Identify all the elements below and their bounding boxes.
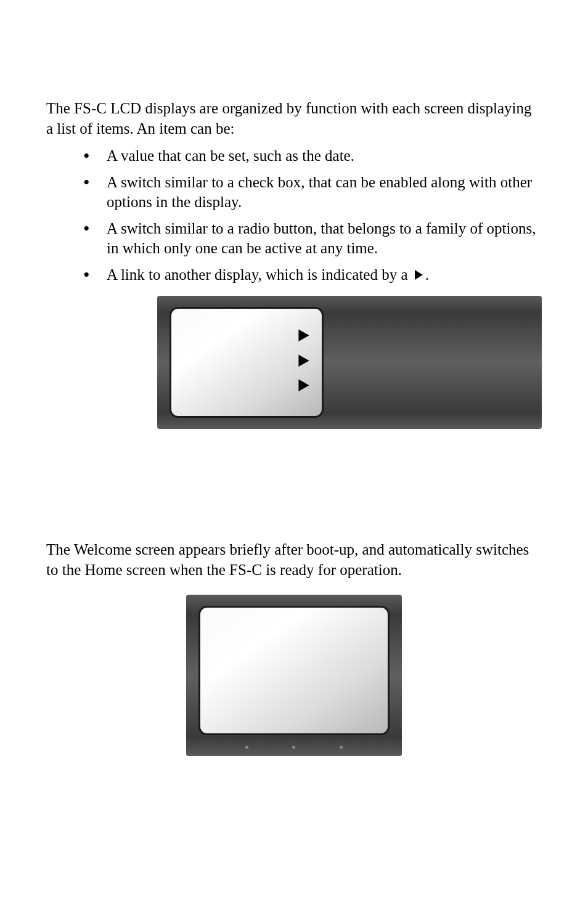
- list-item: A switch similar to a radio button, that…: [83, 219, 542, 259]
- lcd-illustration-navigation: [157, 296, 542, 429]
- intro-paragraph: The FS-C LCD displays are organized by f…: [46, 99, 542, 139]
- lcd-illustration-welcome: [46, 595, 542, 756]
- bezel-dots: [186, 746, 402, 749]
- dot-icon: [245, 746, 248, 749]
- welcome-paragraph: The Welcome screen appears briefly after…: [46, 540, 542, 580]
- svg-marker-2: [298, 354, 309, 367]
- list-item: A switch similar to a check box, that ca…: [83, 173, 542, 213]
- arrow-indicators: [297, 327, 311, 397]
- triangle-right-icon: [297, 377, 311, 397]
- lcd-screen: [198, 606, 390, 735]
- list-item-text: A link to another display, which is indi…: [107, 266, 412, 283]
- svg-marker-3: [298, 379, 309, 391]
- dot-icon: [340, 746, 343, 749]
- dot-icon: [292, 746, 295, 749]
- list-item: A value that can be set, such as the dat…: [83, 146, 542, 166]
- lcd-screen: [169, 307, 324, 418]
- item-list: A value that can be set, such as the dat…: [46, 146, 542, 285]
- lcd-bezel: [157, 296, 542, 429]
- list-item-suffix: .: [425, 266, 429, 283]
- triangle-right-icon: [297, 327, 311, 348]
- svg-marker-1: [298, 329, 309, 341]
- lcd-bezel: [186, 595, 402, 756]
- triangle-right-icon: [413, 269, 424, 280]
- list-item: A link to another display, which is indi…: [83, 265, 542, 285]
- svg-marker-0: [415, 270, 423, 280]
- triangle-right-icon: [297, 353, 311, 373]
